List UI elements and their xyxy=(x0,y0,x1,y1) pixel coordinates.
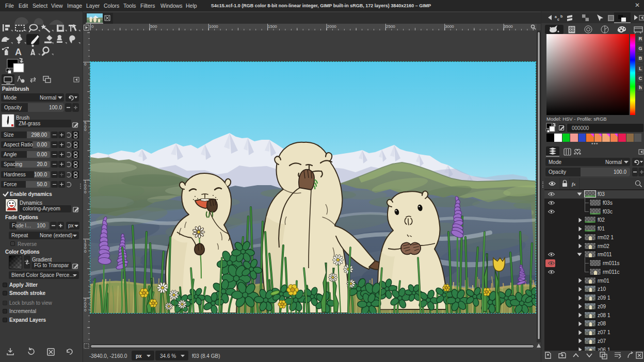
svg-text:a: a xyxy=(555,15,557,19)
svg-text:A: A xyxy=(15,47,22,56)
svg-text:c: c xyxy=(557,18,559,21)
svg-text:fx: fx xyxy=(572,182,576,187)
svg-text:b: b xyxy=(560,14,562,18)
